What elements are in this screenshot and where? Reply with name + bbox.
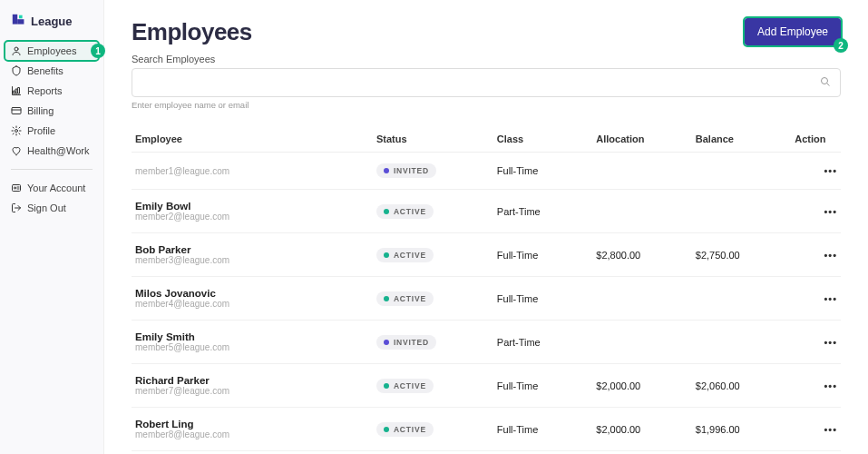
status-dot-icon — [384, 340, 389, 345]
shield-icon — [11, 65, 22, 76]
row-actions-button[interactable]: ••• — [791, 190, 841, 233]
svg-point-15 — [822, 78, 828, 84]
search-icon[interactable] — [820, 74, 831, 91]
row-actions-button[interactable]: ••• — [791, 364, 841, 408]
status-pill: ACTIVE — [376, 291, 434, 306]
status-text: ACTIVE — [394, 425, 426, 434]
svg-rect-5 — [16, 89, 18, 94]
sidebar-item-label: Your Account — [27, 183, 85, 193]
status-text: INVITED — [394, 166, 429, 175]
row-actions-button[interactable]: ••• — [791, 277, 841, 321]
sidebar-item-label: Reports — [27, 85, 63, 96]
svg-point-11 — [15, 187, 16, 189]
col-employee: Employee — [132, 126, 373, 153]
sidebar-item-health-work[interactable]: Health@Work — [5, 142, 98, 160]
row-actions-button[interactable]: ••• — [791, 408, 841, 451]
employee-email: member4@league.com — [135, 299, 369, 309]
table-row[interactable]: Milos Jovanovic member4@league.com ACTIV… — [132, 277, 841, 321]
table-row[interactable]: Bob Parker member3@league.com ACTIVE Ful… — [132, 233, 841, 277]
status-pill: ACTIVE — [376, 379, 434, 393]
status-dot-icon — [384, 296, 389, 301]
logo-icon — [11, 13, 27, 29]
employee-email: member8@league.com — [135, 429, 369, 439]
svg-rect-6 — [18, 88, 20, 94]
table-row[interactable]: Robert Ling member8@league.com ACTIVE Fu… — [132, 408, 841, 451]
employee-balance: $1,996.00 — [692, 408, 791, 451]
employee-class: Full-Time — [493, 233, 592, 277]
sidebar-item-label: Health@Work — [27, 145, 89, 156]
table-row[interactable]: Emily Bowl member2@league.com ACTIVE Par… — [132, 190, 841, 233]
svg-rect-1 — [17, 19, 24, 24]
sidebar-item-reports[interactable]: Reports — [5, 82, 98, 100]
table-row[interactable]: member1@league.com INVITED Full-Time ••• — [132, 153, 841, 190]
employee-allocation — [592, 321, 691, 364]
nav-footer: Your AccountSign Out — [5, 179, 98, 217]
employees-table: Employee Status Class Allocation Balance… — [132, 126, 841, 451]
employee-email: member2@league.com — [135, 212, 369, 222]
employee-name: Bob Parker — [135, 244, 369, 255]
sidebar-item-benefits[interactable]: Benefits — [5, 62, 98, 80]
search-box — [132, 68, 841, 97]
status-text: ACTIVE — [394, 381, 426, 390]
sidebar: League Employees1BenefitsReportsBillingP… — [0, 0, 104, 454]
col-status: Status — [373, 126, 493, 153]
search-label: Search Employees — [132, 54, 841, 64]
search-input[interactable] — [141, 76, 820, 89]
employee-balance — [692, 190, 791, 233]
col-action: Action — [791, 126, 841, 153]
employee-balance: $2,060.00 — [692, 364, 791, 408]
employee-name: Robert Ling — [135, 419, 369, 429]
employee-allocation — [592, 190, 691, 233]
svg-rect-4 — [14, 91, 15, 94]
employee-allocation: $2,000.00 — [592, 408, 691, 451]
sidebar-item-label: Sign Out — [27, 202, 66, 213]
row-actions-button[interactable]: ••• — [791, 153, 841, 190]
sidebar-item-profile[interactable]: Profile — [5, 122, 98, 140]
nav-primary: Employees1BenefitsReportsBillingProfileH… — [5, 42, 98, 160]
main-content: Employees Add Employee 2 Search Employee… — [104, 0, 868, 454]
nav-divider — [11, 169, 93, 170]
employee-class: Full-Time — [493, 277, 592, 321]
user-icon — [11, 45, 22, 56]
employee-email: member3@league.com — [135, 255, 369, 265]
row-actions-button[interactable]: ••• — [791, 321, 841, 364]
status-dot-icon — [384, 168, 389, 173]
status-pill: INVITED — [376, 163, 436, 178]
page-header: Employees Add Employee 2 — [132, 18, 841, 46]
status-dot-icon — [384, 427, 389, 432]
employee-balance — [692, 277, 791, 321]
svg-point-3 — [15, 47, 18, 51]
row-actions-button[interactable]: ••• — [791, 233, 841, 277]
sidebar-item-employees[interactable]: Employees1 — [5, 42, 98, 60]
employee-name: Richard Parker — [135, 375, 369, 386]
employee-name: Emily Bowl — [135, 201, 369, 212]
heart-icon — [11, 145, 22, 156]
employee-allocation: $2,000.00 — [592, 364, 691, 408]
employee-email: member5@league.com — [135, 342, 369, 352]
sidebar-item-label: Employees — [27, 45, 76, 56]
page-title: Employees — [132, 18, 252, 46]
brand-logo: League — [5, 13, 98, 29]
table-header-row: Employee Status Class Allocation Balance… — [132, 126, 841, 153]
status-pill: INVITED — [376, 335, 436, 350]
sidebar-item-your-account[interactable]: Your Account — [5, 179, 98, 197]
table-row[interactable]: Richard Parker member7@league.com ACTIVE… — [132, 364, 841, 408]
sidebar-item-billing[interactable]: Billing — [5, 102, 98, 120]
col-class: Class — [493, 126, 592, 153]
employee-email: member7@league.com — [135, 386, 369, 396]
brand-name: League — [31, 15, 73, 28]
add-employee-button[interactable]: Add Employee — [745, 18, 841, 45]
employee-name: Emily Smith — [135, 331, 369, 342]
exit-icon — [11, 202, 22, 213]
table-row[interactable]: Emily Smith member5@league.com INVITED P… — [132, 321, 841, 364]
col-balance: Balance — [692, 126, 791, 153]
status-pill: ACTIVE — [376, 422, 434, 437]
sidebar-item-sign-out[interactable]: Sign Out — [5, 199, 98, 217]
svg-rect-7 — [12, 108, 21, 114]
status-dot-icon — [384, 383, 389, 389]
employee-class: Full-Time — [493, 153, 592, 190]
sidebar-item-label: Benefits — [27, 65, 63, 76]
employee-balance — [692, 321, 791, 364]
status-text: ACTIVE — [394, 294, 426, 303]
status-pill: ACTIVE — [376, 248, 434, 262]
